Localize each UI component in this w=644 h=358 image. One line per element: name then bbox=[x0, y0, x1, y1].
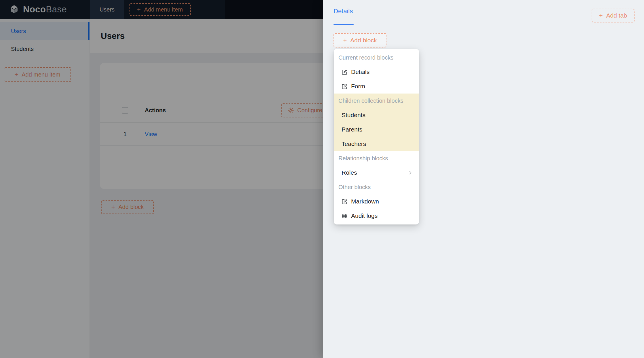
menu-group-current-record-blocks: Current record blocks Details bbox=[334, 50, 419, 94]
menu-group-label: Other blocks bbox=[334, 180, 419, 194]
menu-item-label: Markdown bbox=[351, 198, 379, 205]
menu-group-label: Current record blocks bbox=[334, 50, 419, 65]
menu-item-details[interactable]: Details bbox=[334, 65, 419, 79]
add-tab-label: Add tab bbox=[606, 12, 627, 19]
form-icon bbox=[342, 83, 348, 90]
menu-item-audit-logs[interactable]: Audit logs bbox=[334, 209, 419, 223]
form-icon bbox=[342, 69, 348, 75]
drawer-tab-details[interactable]: Details bbox=[334, 7, 353, 15]
menu-item-label: Students bbox=[342, 112, 365, 119]
table-icon bbox=[342, 213, 348, 219]
menu-item-markdown[interactable]: Markdown bbox=[334, 194, 419, 209]
drawer-add-block-button[interactable]: + Add block bbox=[334, 33, 386, 47]
add-tab-button[interactable]: + Add tab bbox=[592, 9, 635, 22]
add-block-dropdown-menu: Current record blocks Details bbox=[334, 49, 419, 224]
menu-group-other-blocks: Other blocks Markdown bbox=[334, 180, 419, 223]
menu-item-roles[interactable]: Roles bbox=[334, 165, 419, 180]
menu-item-label: Parents bbox=[342, 126, 362, 133]
plus-icon: + bbox=[599, 12, 603, 19]
menu-item-students[interactable]: Students bbox=[334, 108, 419, 122]
menu-item-form[interactable]: Form bbox=[334, 79, 419, 94]
menu-item-label: Details bbox=[351, 68, 369, 75]
menu-group-relationship-blocks: Relationship blocks Roles bbox=[334, 151, 419, 180]
record-drawer: Details + Add tab + Add block Current re… bbox=[323, 0, 644, 358]
add-block-label: Add block bbox=[350, 37, 377, 44]
menu-item-label: Roles bbox=[342, 169, 357, 176]
menu-item-label: Form bbox=[351, 83, 365, 90]
menu-group-label: Relationship blocks bbox=[334, 151, 419, 165]
menu-item-teachers[interactable]: Teachers bbox=[334, 137, 419, 151]
nocobase-app: NocoBase Users + Add menu item Users Stu… bbox=[0, 0, 644, 358]
active-tab-underline bbox=[334, 24, 354, 25]
form-icon bbox=[342, 199, 348, 205]
menu-group-label: Children collection blocks bbox=[334, 94, 419, 108]
plus-icon: + bbox=[343, 37, 347, 43]
chevron-right-icon bbox=[408, 170, 413, 175]
menu-item-label: Teachers bbox=[342, 140, 366, 147]
menu-item-label: Audit logs bbox=[351, 212, 378, 219]
menu-item-parents[interactable]: Parents bbox=[334, 122, 419, 137]
menu-group-children-collection-blocks: Children collection blocks Students Pare… bbox=[334, 94, 419, 151]
